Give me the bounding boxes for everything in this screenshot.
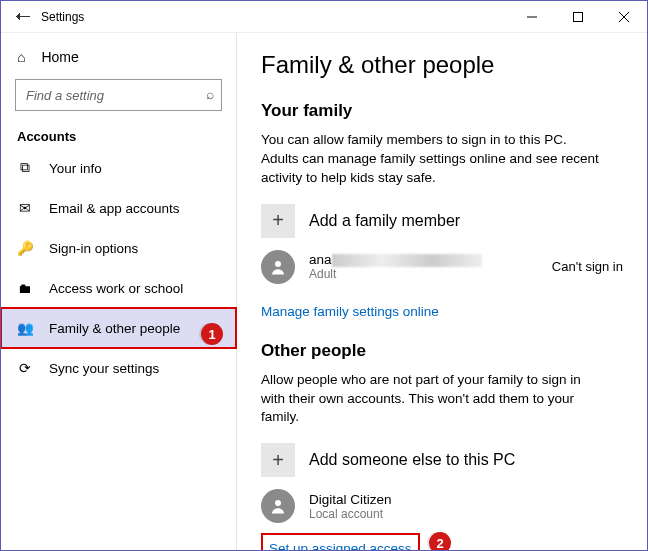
- person-status: Can't sign in: [552, 259, 623, 274]
- other-person-row[interactable]: Digital Citizen Local account: [261, 489, 623, 523]
- other-heading: Other people: [261, 341, 623, 361]
- svg-point-4: [275, 261, 281, 267]
- nav-your-info[interactable]: ⧉ Your info: [1, 148, 236, 188]
- nav-label: Access work or school: [49, 281, 183, 296]
- nav-signin-options[interactable]: 🔑 Sign-in options: [1, 228, 236, 268]
- search-box[interactable]: ⌕: [15, 79, 222, 111]
- window-title: Settings: [37, 10, 509, 24]
- svg-rect-1: [574, 12, 583, 21]
- nav-email-accounts[interactable]: ✉ Email & app accounts: [1, 188, 236, 228]
- plus-icon: +: [261, 204, 295, 238]
- people-icon: 👥: [17, 320, 33, 336]
- avatar-icon: [261, 250, 295, 284]
- plus-icon: +: [261, 443, 295, 477]
- sync-icon: ⟳: [17, 360, 33, 376]
- annotation-1: 1: [201, 323, 223, 345]
- home-icon: ⌂: [17, 49, 25, 65]
- manage-family-link[interactable]: Manage family settings online: [261, 304, 439, 319]
- family-desc: You can allow family members to sign in …: [261, 131, 601, 188]
- maximize-button[interactable]: [555, 1, 601, 33]
- home-label: Home: [41, 49, 78, 65]
- person-role: Adult: [309, 267, 538, 281]
- nav-label: Family & other people: [49, 321, 180, 336]
- back-button[interactable]: 🠐: [9, 8, 37, 26]
- other-desc: Allow people who are not part of your fa…: [261, 371, 601, 428]
- add-family-label: Add a family member: [309, 212, 460, 230]
- nav-label: Your info: [49, 161, 102, 176]
- nav-label: Email & app accounts: [49, 201, 180, 216]
- nav-sync-settings[interactable]: ⟳ Sync your settings: [1, 348, 236, 388]
- svg-point-5: [275, 500, 281, 506]
- person-card-icon: ⧉: [17, 160, 33, 176]
- add-other-label: Add someone else to this PC: [309, 451, 515, 469]
- search-input[interactable]: [15, 79, 222, 111]
- key-icon: 🔑: [17, 240, 33, 256]
- add-family-member[interactable]: + Add a family member: [261, 204, 623, 238]
- page-title: Family & other people: [261, 51, 623, 79]
- mail-icon: ✉: [17, 200, 33, 216]
- close-button[interactable]: [601, 1, 647, 33]
- briefcase-icon: 🖿: [17, 281, 33, 296]
- main-content: Family & other people Your family You ca…: [237, 33, 647, 551]
- nav-label: Sign-in options: [49, 241, 138, 256]
- nav-label: Sync your settings: [49, 361, 159, 376]
- search-icon: ⌕: [206, 86, 214, 102]
- annotation-2: 2: [429, 532, 451, 551]
- avatar-icon: [261, 489, 295, 523]
- minimize-button[interactable]: [509, 1, 555, 33]
- add-other-user[interactable]: + Add someone else to this PC: [261, 443, 623, 477]
- titlebar: 🠐 Settings: [1, 1, 647, 33]
- sidebar: ⌂ Home ⌕ Accounts ⧉ Your info ✉ Email & …: [1, 33, 237, 551]
- nav-family-other[interactable]: 👥 Family & other people: [1, 308, 236, 348]
- section-header: Accounts: [1, 119, 236, 148]
- person-name: Digital Citizen: [309, 492, 623, 507]
- family-heading: Your family: [261, 101, 623, 121]
- nav-work-school[interactable]: 🖿 Access work or school: [1, 268, 236, 308]
- family-person-row[interactable]: ana Adult Can't sign in: [261, 250, 623, 284]
- assigned-access-link[interactable]: Set up assigned access: [269, 541, 412, 551]
- assigned-access-highlight: Set up assigned access: [261, 533, 420, 551]
- home-nav[interactable]: ⌂ Home: [1, 39, 236, 75]
- person-name: ana: [309, 252, 538, 267]
- person-role: Local account: [309, 507, 623, 521]
